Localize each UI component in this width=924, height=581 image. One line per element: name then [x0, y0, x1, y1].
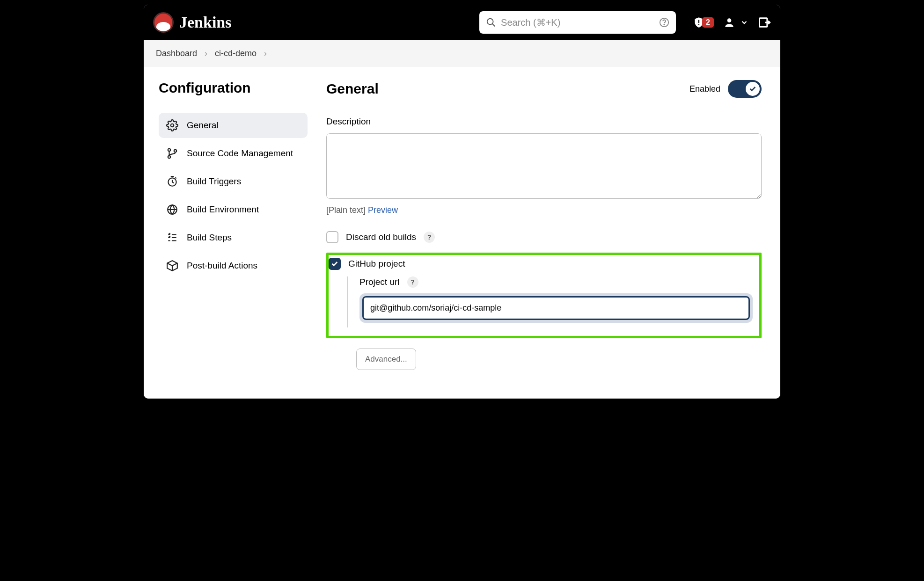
jenkins-logo-icon: [153, 12, 174, 33]
sidebar-item-label: Build Environment: [187, 204, 259, 215]
security-alert[interactable]: 2: [693, 16, 714, 29]
search-input[interactable]: [501, 17, 654, 28]
top-header: Jenkins 2: [144, 5, 780, 40]
stopwatch-icon: [166, 175, 178, 188]
sidebar-item-label: Build Steps: [187, 232, 232, 243]
steps-icon: [166, 232, 178, 244]
sidebar-item-steps[interactable]: Build Steps: [159, 225, 308, 250]
sidebar-item-label: Source Code Management: [187, 148, 293, 159]
sidebar-item-general[interactable]: General: [159, 113, 308, 138]
enabled-label: Enabled: [689, 84, 720, 94]
discard-old-builds-label: Discard old builds: [346, 232, 416, 242]
sidebar-item-label: Post-build Actions: [187, 261, 257, 271]
github-project-label: GitHub project: [348, 259, 405, 269]
main-panel: General Enabled Description [Plain text]: [317, 67, 780, 399]
help-icon[interactable]: ?: [424, 232, 435, 243]
sidebar-item-triggers[interactable]: Build Triggers: [159, 169, 308, 194]
svg-rect-5: [698, 24, 699, 25]
preview-link[interactable]: Preview: [368, 205, 398, 215]
logout-button[interactable]: [758, 16, 771, 29]
package-icon: [166, 260, 178, 272]
description-textarea[interactable]: [326, 133, 762, 199]
sidebar-item-postbuild[interactable]: Post-build Actions: [159, 253, 308, 278]
help-icon[interactable]: ?: [407, 276, 418, 288]
description-label: Description: [326, 116, 762, 127]
github-project-checkbox[interactable]: [329, 258, 341, 270]
toggle-knob: [746, 82, 760, 96]
svg-point-6: [727, 18, 732, 22]
check-icon: [331, 260, 338, 268]
advanced-button[interactable]: Advanced...: [356, 349, 416, 370]
breadcrumb-item-dashboard[interactable]: Dashboard: [156, 49, 197, 58]
alert-count-badge: 2: [702, 17, 714, 28]
svg-rect-4: [698, 20, 699, 23]
help-circle-icon[interactable]: [659, 17, 669, 28]
sidebar-title: Configuration: [159, 80, 308, 96]
svg-point-11: [174, 150, 176, 152]
sidebar-item-label: General: [187, 120, 219, 131]
search-box[interactable]: [479, 11, 676, 34]
chevron-right-icon: ›: [205, 49, 207, 58]
project-url-label: Project url: [359, 277, 400, 287]
svg-point-3: [664, 24, 664, 25]
breadcrumb: Dashboard › ci-cd-demo ›: [144, 40, 780, 67]
enabled-toggle[interactable]: [728, 80, 762, 98]
user-menu[interactable]: [723, 16, 748, 29]
highlighted-section: GitHub project Project url ?: [326, 253, 762, 338]
svg-point-10: [168, 156, 170, 158]
branch-icon: [166, 147, 178, 160]
chevron-right-icon: ›: [264, 49, 267, 58]
svg-point-8: [171, 124, 174, 127]
brand[interactable]: Jenkins: [153, 12, 232, 33]
svg-point-9: [168, 149, 170, 151]
plain-text-hint: [Plain text]: [326, 205, 366, 215]
sidebar-item-environment[interactable]: Build Environment: [159, 197, 308, 222]
gear-icon: [166, 119, 178, 131]
enabled-toggle-group: Enabled: [689, 80, 762, 98]
sidebar: Configuration General Source Code Manage…: [144, 67, 317, 399]
brand-name: Jenkins: [179, 14, 232, 31]
user-icon: [723, 16, 735, 29]
project-url-input[interactable]: [362, 296, 750, 320]
svg-line-1: [492, 24, 495, 27]
search-icon: [486, 17, 496, 28]
sidebar-item-scm[interactable]: Source Code Management: [159, 141, 308, 166]
page-title: General: [326, 81, 379, 97]
check-icon: [749, 85, 756, 93]
logout-icon: [758, 16, 771, 29]
chevron-down-icon: [740, 18, 748, 27]
discard-old-builds-checkbox[interactable]: [326, 231, 338, 243]
globe-icon: [166, 203, 178, 216]
sidebar-item-label: Build Triggers: [187, 176, 241, 187]
breadcrumb-item-project[interactable]: ci-cd-demo: [215, 49, 257, 58]
svg-point-0: [487, 19, 493, 25]
